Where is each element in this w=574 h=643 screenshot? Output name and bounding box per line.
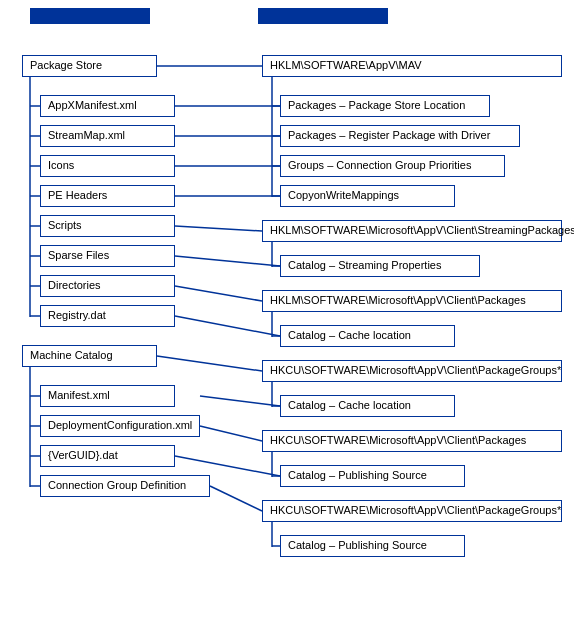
- svg-line-37: [175, 316, 280, 336]
- svg-line-34: [175, 226, 262, 231]
- registry-dat: Registry.dat: [40, 305, 175, 327]
- copy-write-mappings: CopyonWriteMappings: [280, 185, 455, 207]
- catalog-publishing2: Catalog – Publishing Source: [280, 535, 465, 557]
- icons: Icons: [40, 155, 175, 177]
- svg-line-36: [175, 286, 262, 301]
- pkg-store-location: Packages – Package Store Location: [280, 95, 490, 117]
- svg-line-40: [200, 426, 262, 441]
- hklm-appv-mav: HKLM\SOFTWARE\AppV\MAV: [262, 55, 562, 77]
- manifest-xml: Manifest.xml: [40, 385, 175, 407]
- diagram-container: Package StoreAppXManifest.xmlStreamMap.x…: [0, 0, 574, 630]
- registry-header: [258, 8, 388, 24]
- hkcu-packages: HKCU\SOFTWARE\Microsoft\AppV\Client\Pack…: [262, 430, 562, 452]
- appxmanifest: AppXManifest.xml: [40, 95, 175, 117]
- hkcu-packagegroups1: HKCU\SOFTWARE\Microsoft\AppV\Client\Pack…: [262, 360, 562, 382]
- catalog-cache1: Catalog – Cache location: [280, 325, 455, 347]
- directories: Directories: [40, 275, 175, 297]
- catalog-cache2: Catalog – Cache location: [280, 395, 455, 417]
- deployment-config: DeploymentConfiguration.xml: [40, 415, 200, 437]
- package-store: Package Store: [22, 55, 157, 77]
- scripts: Scripts: [40, 215, 175, 237]
- groups-conn-priority: Groups – Connection Group Priorities: [280, 155, 505, 177]
- files-header: [30, 8, 150, 24]
- catalog-streaming: Catalog – Streaming Properties: [280, 255, 480, 277]
- svg-line-41: [175, 456, 280, 476]
- connection-group-def: Connection Group Definition: [40, 475, 210, 497]
- hklm-streaming: HKLM\SOFTWARE\Microsoft\AppV\Client\Stre…: [262, 220, 562, 242]
- svg-line-42: [210, 486, 262, 511]
- svg-line-35: [175, 256, 280, 266]
- streammap: StreamMap.xml: [40, 125, 175, 147]
- ver-guid-dat: {VerGUID}.dat: [40, 445, 175, 467]
- machine-catalog: Machine Catalog: [22, 345, 157, 367]
- hklm-packages: HKLM\SOFTWARE\Microsoft\AppV\Client\Pack…: [262, 290, 562, 312]
- svg-line-38: [157, 356, 262, 371]
- pkg-register-driver: Packages – Register Package with Driver: [280, 125, 520, 147]
- hkcu-packagegroups2: HKCU\SOFTWARE\Microsoft\AppV\Client\Pack…: [262, 500, 562, 522]
- sparse-files: Sparse Files: [40, 245, 175, 267]
- catalog-publishing1: Catalog – Publishing Source: [280, 465, 465, 487]
- pe-headers: PE Headers: [40, 185, 175, 207]
- svg-line-39: [200, 396, 280, 406]
